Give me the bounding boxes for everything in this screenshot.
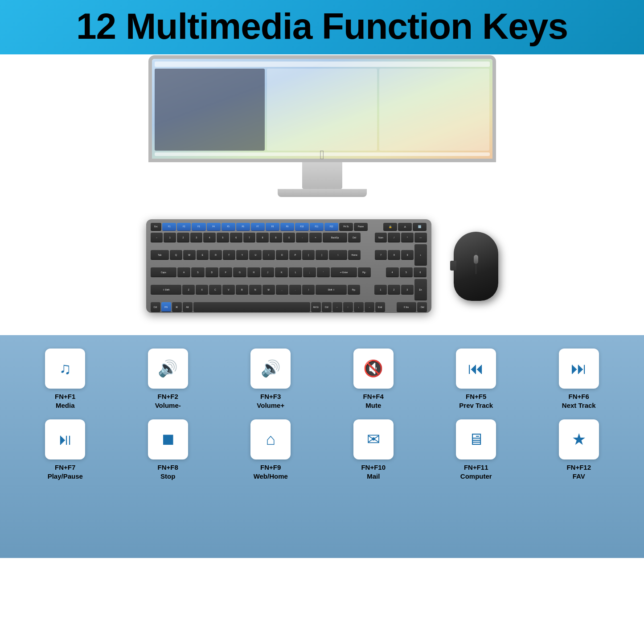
key-backtick[interactable]: ~ — [151, 233, 163, 242]
key-numstar[interactable]: * — [401, 233, 414, 242]
key-backspace[interactable]: BackSp — [323, 233, 347, 242]
key-rctrl[interactable]: Ctrl — [322, 302, 332, 312]
key-p[interactable]: P — [289, 250, 302, 260]
key-3[interactable]: 3 — [190, 233, 203, 242]
key-numplus[interactable]: + — [414, 244, 427, 266]
key-left[interactable]: ← — [332, 302, 342, 312]
key-f10[interactable]: F10 — [295, 223, 309, 231]
key-num0[interactable]: 0 Ins — [397, 302, 416, 312]
key-esc[interactable]: Esc — [151, 223, 162, 231]
key-home[interactable]: Home — [348, 250, 361, 260]
key-num6[interactable]: 6 — [414, 267, 427, 277]
key-k[interactable]: K — [275, 267, 288, 277]
key-f1[interactable]: F1 — [162, 223, 176, 231]
key-b[interactable]: B — [236, 285, 248, 295]
mouse-side-button[interactable] — [450, 261, 456, 271]
key-rshift[interactable]: Shift ⇧ — [316, 285, 347, 295]
key-g[interactable]: G — [233, 267, 246, 277]
key-lshift[interactable]: ⇧ Shift — [151, 285, 182, 295]
key-s[interactable]: S — [191, 267, 204, 277]
key-y[interactable]: Y — [236, 250, 249, 260]
key-r[interactable]: R — [209, 250, 222, 260]
key-numlock[interactable]: Num — [375, 233, 387, 242]
key-enter[interactable]: ↵ Enter — [331, 267, 357, 277]
key-altgr[interactable]: Alt Gr — [311, 302, 321, 312]
key-pagedown[interactable]: Pg↓ — [348, 285, 360, 295]
key-lbracket[interactable]: [ — [302, 250, 315, 260]
key-h[interactable]: H — [247, 267, 260, 277]
key-num4[interactable]: 4 — [386, 267, 399, 277]
key-m[interactable]: M — [263, 285, 275, 295]
key-num7[interactable]: 7 — [375, 250, 387, 260]
key-0[interactable]: 0 — [283, 233, 295, 242]
key-a[interactable]: A — [177, 267, 190, 277]
key-end[interactable]: End — [375, 302, 385, 312]
key-fn[interactable]: FN — [161, 302, 171, 312]
key-5[interactable]: 5 — [217, 233, 229, 242]
key-j[interactable]: J — [261, 267, 274, 277]
key-e[interactable]: E — [197, 250, 209, 260]
key-f8[interactable]: F8 — [266, 223, 279, 231]
key-t[interactable]: T — [223, 250, 235, 260]
mouse-scroll-wheel[interactable] — [474, 255, 478, 264]
key-slash[interactable]: / — [302, 285, 315, 295]
key-equals[interactable]: = — [309, 233, 322, 242]
key-f7[interactable]: F7 — [251, 223, 265, 231]
key-i[interactable]: I — [263, 250, 275, 260]
key-l[interactable]: L — [289, 267, 302, 277]
key-8[interactable]: 8 — [256, 233, 269, 242]
key-rbracket[interactable]: ] — [316, 250, 328, 260]
key-z[interactable]: Z — [182, 285, 195, 295]
key-minus[interactable]: - — [296, 233, 308, 242]
key-lctrl[interactable]: Ctrl — [151, 302, 160, 312]
key-space[interactable] — [193, 302, 310, 312]
key-num3[interactable]: 3 — [401, 285, 414, 295]
key-numdot[interactable]: . Del — [417, 302, 427, 312]
key-d[interactable]: D — [205, 267, 218, 277]
key-capslock[interactable]: Caps — [151, 267, 177, 277]
key-f5[interactable]: F5 — [222, 223, 235, 231]
key-6[interactable]: 6 — [230, 233, 242, 242]
key-x[interactable]: X — [196, 285, 208, 295]
key-pause[interactable]: Pause — [354, 223, 368, 231]
key-f6[interactable]: F6 — [236, 223, 250, 231]
key-f4[interactable]: F4 — [207, 223, 221, 231]
key-comma[interactable]: , — [276, 285, 288, 295]
key-f2[interactable]: F2 — [177, 223, 191, 231]
key-v[interactable]: V — [222, 285, 235, 295]
key-num1[interactable]: 1 — [374, 285, 387, 295]
key-backslash[interactable]: \ — [329, 250, 348, 260]
key-f9[interactable]: F9 — [280, 223, 294, 231]
key-f12[interactable]: F12 — [324, 223, 338, 231]
key-numminus[interactable]: — — [414, 233, 427, 242]
key-right[interactable]: → — [365, 302, 374, 312]
key-period[interactable]: . — [289, 285, 302, 295]
key-2[interactable]: 2 — [177, 233, 189, 242]
key-9[interactable]: 9 — [270, 233, 282, 242]
key-f[interactable]: F — [219, 267, 232, 277]
key-prtsc[interactable]: Prt Sc — [339, 223, 353, 231]
key-semicolon[interactable]: ; — [303, 267, 316, 277]
key-num9[interactable]: 9 — [401, 250, 414, 260]
key-w[interactable]: W — [183, 250, 196, 260]
key-c[interactable]: C — [209, 285, 222, 295]
key-tab[interactable]: Tab — [151, 250, 169, 260]
key-o[interactable]: O — [276, 250, 288, 260]
key-numslash[interactable]: / — [388, 233, 400, 242]
key-up[interactable]: ↑ — [343, 302, 353, 312]
key-4[interactable]: 4 — [203, 233, 216, 242]
key-numenter[interactable]: En — [414, 279, 427, 300]
key-delete[interactable]: Del — [348, 233, 361, 242]
key-u[interactable]: U — [249, 250, 262, 260]
key-n[interactable]: N — [249, 285, 262, 295]
key-7[interactable]: 7 — [243, 233, 256, 242]
key-1[interactable]: 1 — [164, 233, 176, 242]
key-num8[interactable]: 8 — [388, 250, 400, 260]
key-q[interactable]: Q — [170, 250, 182, 260]
key-lalt[interactable]: Alt — [183, 302, 193, 312]
key-down[interactable]: ↓ — [354, 302, 364, 312]
key-quote[interactable]: ' — [317, 267, 330, 277]
key-f3[interactable]: F3 — [192, 223, 205, 231]
key-num2[interactable]: 2 — [388, 285, 400, 295]
key-win[interactable]: ⌘ — [172, 302, 182, 312]
